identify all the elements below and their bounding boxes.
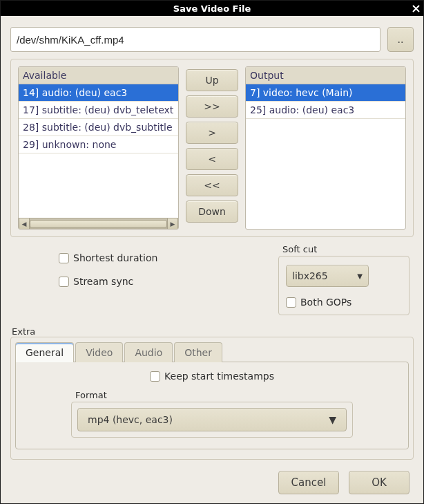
both-gops-label: Both GOPs: [300, 297, 351, 308]
keep-start-timestamps-checkbox[interactable]: Keep start timestamps: [150, 371, 274, 382]
move-up-button[interactable]: Up: [186, 69, 238, 91]
list-item[interactable]: 7] video: hevc (Main): [246, 84, 405, 102]
extra-panel: General Video Audio Other Keep start tim…: [10, 337, 414, 460]
output-items[interactable]: 7] video: hevc (Main) 25] audio: (deu) e…: [246, 84, 405, 229]
ok-button[interactable]: OK: [349, 471, 409, 494]
extra-group-label: Extra: [12, 326, 414, 337]
checkbox-icon: [59, 253, 69, 263]
format-group: Format mp4 (hevc, eac3) ▼: [71, 390, 353, 438]
list-item[interactable]: 28] subtitle: (deu) dvb_subtitle: [19, 119, 178, 136]
list-item[interactable]: 29] unknown: none: [19, 136, 178, 153]
list-item[interactable]: 25] audio: (deu) eac3: [246, 102, 405, 119]
softcut-box: libx265 ▼ Both GOPs: [278, 256, 409, 315]
add-all-button[interactable]: >>: [186, 95, 238, 118]
scroll-left-icon[interactable]: ◀: [19, 218, 30, 230]
left-options: Shortest duration Stream sync: [15, 244, 266, 315]
available-hscroll[interactable]: ◀ ▶: [19, 218, 178, 229]
streams-panel: Available 14] audio: (deu) eac3 17] subt…: [10, 59, 414, 237]
tab-audio[interactable]: Audio: [124, 342, 173, 362]
move-buttons-column: Up >> > < << Down: [186, 66, 238, 230]
format-label: Format: [75, 390, 353, 400]
output-header: Output: [246, 67, 405, 84]
list-item[interactable]: 14] audio: (deu) eac3: [19, 84, 178, 102]
format-value: mp4 (hevc, eac3): [88, 414, 173, 425]
options-row: Shortest duration Stream sync Soft cut l…: [10, 244, 414, 315]
list-item[interactable]: 17] subtitle: (deu) dvb_teletext: [19, 102, 178, 119]
softcut-group-label: Soft cut: [282, 244, 409, 254]
move-down-button[interactable]: Down: [186, 200, 238, 223]
both-gops-checkbox[interactable]: Both GOPs: [286, 297, 402, 308]
chevron-down-icon: ▼: [329, 414, 336, 425]
available-items[interactable]: 14] audio: (deu) eac3 17] subtitle: (deu…: [19, 84, 178, 218]
output-list: Output 7] video: hevc (Main) 25] audio: …: [245, 66, 406, 230]
stream-sync-checkbox[interactable]: Stream sync: [59, 276, 266, 287]
window-title: Save Video File: [173, 3, 251, 14]
softcut-codec-combo[interactable]: libx265 ▼: [286, 265, 369, 287]
close-icon: [412, 5, 420, 12]
scroll-right-icon[interactable]: ▶: [167, 218, 178, 230]
path-input[interactable]: [10, 27, 380, 52]
available-header: Available: [19, 67, 178, 84]
browse-button[interactable]: ..: [387, 27, 414, 52]
tab-general-body: Keep start timestamps Format mp4 (hevc, …: [15, 362, 409, 449]
close-button[interactable]: [408, 1, 423, 16]
path-row: ..: [10, 23, 414, 52]
remove-button[interactable]: <: [186, 148, 238, 170]
dialog-content: .. Available 14] audio: (deu) eac3 17] s…: [1, 16, 423, 503]
softcut-codec-value: libx265: [292, 270, 328, 281]
checkbox-icon: [150, 371, 160, 382]
stream-sync-label: Stream sync: [73, 276, 133, 287]
title-bar: Save Video File: [1, 1, 423, 16]
cancel-button[interactable]: Cancel: [278, 471, 339, 494]
chevron-down-icon: ▼: [357, 272, 363, 280]
remove-all-button[interactable]: <<: [186, 174, 238, 196]
format-combo[interactable]: mp4 (hevc, eac3) ▼: [77, 408, 347, 431]
add-button[interactable]: >: [186, 122, 238, 144]
tab-other[interactable]: Other: [174, 342, 222, 362]
shortest-duration-label: Shortest duration: [73, 252, 157, 263]
scroll-thumb[interactable]: [30, 220, 167, 228]
tab-general[interactable]: General: [15, 342, 74, 362]
extra-tabs: General Video Audio Other: [11, 337, 413, 362]
tab-video[interactable]: Video: [75, 342, 123, 362]
dialog-footer: Cancel OK: [10, 467, 414, 494]
extra-section: Extra General Video Audio Other Keep sta…: [10, 326, 414, 460]
shortest-duration-checkbox[interactable]: Shortest duration: [59, 252, 266, 263]
save-video-dialog: Save Video File .. Available 14] audio: …: [0, 0, 424, 504]
available-list: Available 14] audio: (deu) eac3 17] subt…: [18, 66, 179, 230]
checkbox-icon: [59, 277, 69, 287]
format-box: mp4 (hevc, eac3) ▼: [71, 402, 353, 438]
keep-start-timestamps-label: Keep start timestamps: [164, 371, 274, 382]
softcut-group: Soft cut libx265 ▼ Both GOPs: [278, 244, 409, 315]
checkbox-icon: [286, 297, 296, 308]
